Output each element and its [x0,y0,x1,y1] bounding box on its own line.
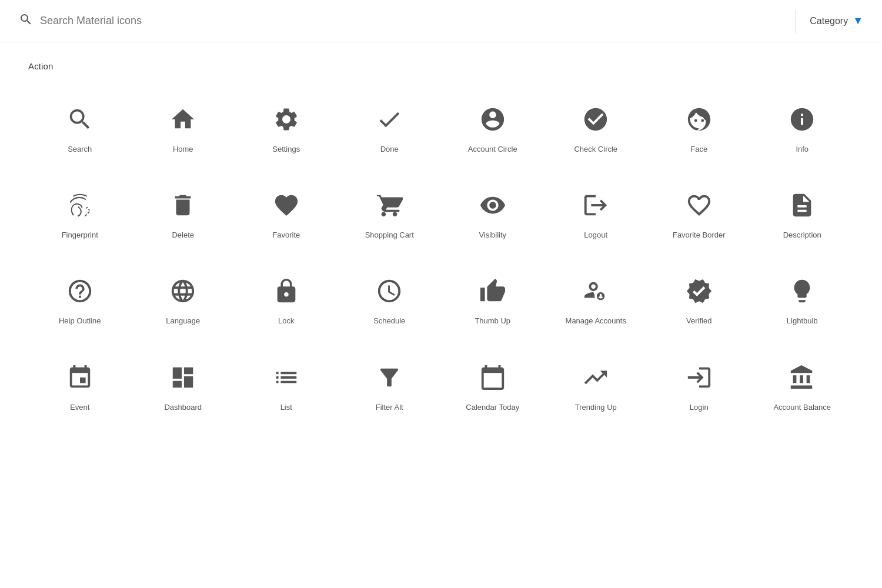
icon-label-settings: Settings [272,144,300,155]
chevron-down-icon: ▼ [853,15,863,27]
event-icon [62,360,98,395]
favorite-border-icon [681,188,717,223]
search-bar [19,12,781,30]
icon-label-dashboard: Dashboard [164,402,202,413]
icon-label-favorite-border: Favorite Border [673,230,726,240]
settings-icon [269,102,304,137]
search-input[interactable] [40,15,781,27]
lightbulb-icon [784,273,820,309]
icon-item-account-circle[interactable]: Account Circle [441,90,544,164]
icon-label-fingerprint: Fingerprint [62,230,98,240]
icon-item-help-outline[interactable]: Help Outline [28,262,132,336]
description-icon [784,188,820,223]
icon-item-trending-up[interactable]: Trending Up [544,348,648,422]
icon-label-thumb-up: Thumb Up [475,316,510,326]
icon-label-trending-up: Trending Up [575,402,617,413]
icon-label-filter-alt: Filter Alt [376,402,403,413]
icon-label-delete: Delete [172,230,194,240]
section-title: Action [28,61,854,71]
shopping-cart-icon [372,188,407,223]
icon-item-favorite-border[interactable]: Favorite Border [647,176,751,250]
logout-icon [578,188,613,223]
main-content: Action Search Home Settings Done [0,42,882,441]
home-icon [165,102,201,137]
face-icon [681,102,717,137]
icon-item-favorite[interactable]: Favorite [235,176,338,250]
schedule-icon [372,273,407,309]
icon-grid: Search Home Settings Done Account Circle [28,90,854,422]
icon-item-home[interactable]: Home [132,90,235,164]
help-outline-icon [62,273,98,309]
icon-item-face[interactable]: Face [647,90,751,164]
account-circle-icon [475,102,510,137]
icon-label-list: List [280,402,292,413]
icon-label-schedule: Schedule [373,316,405,326]
header-divider [795,9,796,33]
icon-item-fingerprint[interactable]: Fingerprint [28,176,132,250]
icon-item-schedule[interactable]: Schedule [338,262,442,336]
category-button[interactable]: Category ▼ [810,15,863,27]
icon-label-language: Language [166,316,200,326]
icon-item-account-balance[interactable]: Account Balance [751,348,854,422]
icon-item-delete[interactable]: Delete [132,176,235,250]
info-icon [784,102,820,137]
icon-item-list[interactable]: List [235,348,338,422]
icon-item-thumb-up[interactable]: Thumb Up [441,262,544,336]
icon-item-check-circle[interactable]: Check Circle [544,90,648,164]
thumb-up-icon [475,273,510,309]
icon-item-calendar-today[interactable]: Calendar Today [441,348,544,422]
icon-label-home: Home [173,144,193,155]
icon-label-visibility: Visibility [479,230,506,240]
search-icon-header [19,12,33,30]
icon-label-face: Face [690,144,707,155]
icon-label-check-circle: Check Circle [574,144,617,155]
search-icon [62,102,98,137]
icon-item-filter-alt[interactable]: Filter Alt [338,348,442,422]
icon-label-account-circle: Account Circle [468,144,517,155]
icon-item-lock[interactable]: Lock [235,262,338,336]
manage-accounts-icon [578,273,613,309]
icon-item-info[interactable]: Info [751,90,854,164]
icon-item-search[interactable]: Search [28,90,132,164]
icon-item-login[interactable]: Login [647,348,751,422]
visibility-icon [475,188,510,223]
icon-item-shopping-cart[interactable]: Shopping Cart [338,176,442,250]
icon-item-settings[interactable]: Settings [235,90,338,164]
account-balance-icon [784,360,820,395]
filter-alt-icon [372,360,407,395]
icon-item-manage-accounts[interactable]: Manage Accounts [544,262,648,336]
done-icon [372,102,407,137]
language-icon [165,273,201,309]
list-icon [269,360,304,395]
delete-icon [165,188,201,223]
login-icon [681,360,717,395]
icon-label-info: Info [796,144,808,155]
icon-item-description[interactable]: Description [751,176,854,250]
icon-label-login: Login [690,402,709,413]
icon-item-done[interactable]: Done [338,90,442,164]
favorite-icon [269,188,304,223]
icon-label-manage-accounts: Manage Accounts [566,316,626,326]
icon-label-search: Search [68,144,92,155]
icon-item-dashboard[interactable]: Dashboard [132,348,235,422]
verified-icon [681,273,717,309]
icon-label-lightbulb: Lightbulb [787,316,818,326]
icon-item-lightbulb[interactable]: Lightbulb [751,262,854,336]
icon-label-logout: Logout [584,230,607,240]
header: Category ▼ [0,0,882,42]
icon-label-lock: Lock [278,316,294,326]
icon-item-logout[interactable]: Logout [544,176,648,250]
calendar-today-icon [475,360,510,395]
icon-item-event[interactable]: Event [28,348,132,422]
dashboard-icon [165,360,201,395]
icon-label-event: Event [70,402,89,413]
icon-item-verified[interactable]: Verified [647,262,751,336]
icon-item-language[interactable]: Language [132,262,235,336]
icon-label-calendar-today: Calendar Today [466,402,519,413]
fingerprint-icon [62,188,98,223]
icon-label-help-outline: Help Outline [59,316,101,326]
icon-label-description: Description [783,230,821,240]
icon-item-visibility[interactable]: Visibility [441,176,544,250]
icon-label-account-balance: Account Balance [773,402,831,413]
icon-label-verified: Verified [686,316,711,326]
